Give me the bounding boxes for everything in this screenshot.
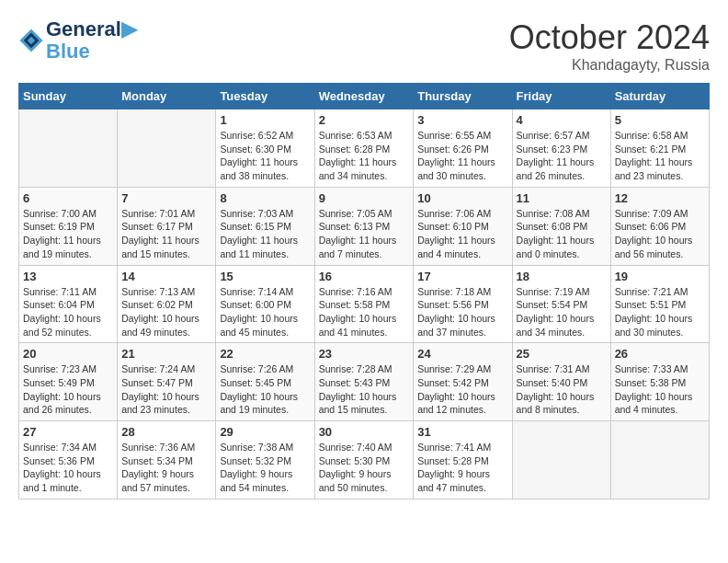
day-info: Sunrise: 7:16 AMSunset: 5:58 PMDaylight:… [319,285,410,339]
day-info: Sunrise: 7:40 AMSunset: 5:30 PMDaylight:… [319,441,410,495]
day-info: Sunrise: 7:05 AMSunset: 6:13 PMDaylight:… [319,207,410,261]
day-number: 2 [319,113,410,127]
week-row-2: 6Sunrise: 7:00 AMSunset: 6:19 PMDaylight… [19,187,710,265]
day-cell: 25Sunrise: 7:31 AMSunset: 5:40 PMDayligh… [512,343,610,421]
day-number: 12 [615,191,705,205]
day-cell: 8Sunrise: 7:03 AMSunset: 6:15 PMDaylight… [216,187,314,265]
week-row-3: 13Sunrise: 7:11 AMSunset: 6:04 PMDayligh… [19,265,710,343]
day-cell: 19Sunrise: 7:21 AMSunset: 5:51 PMDayligh… [610,265,709,343]
day-cell: 12Sunrise: 7:09 AMSunset: 6:06 PMDayligh… [610,187,709,265]
day-number: 10 [417,191,507,205]
day-cell: 28Sunrise: 7:36 AMSunset: 5:34 PMDayligh… [118,421,216,500]
col-header-tuesday: Tuesday [216,84,314,109]
day-info: Sunrise: 6:52 AMSunset: 6:30 PMDaylight:… [220,129,310,183]
day-info: Sunrise: 7:41 AMSunset: 5:28 PMDaylight:… [417,441,507,495]
day-number: 18 [517,270,607,283]
week-row-4: 20Sunrise: 7:23 AMSunset: 5:49 PMDayligh… [19,343,710,421]
day-info: Sunrise: 7:36 AMSunset: 5:34 PMDaylight:… [121,441,211,495]
week-row-5: 27Sunrise: 7:34 AMSunset: 5:36 PMDayligh… [19,421,710,500]
day-cell: 30Sunrise: 7:40 AMSunset: 5:30 PMDayligh… [314,421,414,500]
day-cell: 13Sunrise: 7:11 AMSunset: 6:04 PMDayligh… [19,265,118,343]
day-number: 29 [220,425,310,439]
day-number: 13 [23,270,113,283]
day-info: Sunrise: 7:06 AMSunset: 6:10 PMDaylight:… [417,207,507,261]
day-info: Sunrise: 7:09 AMSunset: 6:06 PMDaylight:… [615,207,705,261]
day-info: Sunrise: 7:38 AMSunset: 5:32 PMDaylight:… [220,441,310,495]
day-info: Sunrise: 6:55 AMSunset: 6:26 PMDaylight:… [417,129,507,183]
day-number: 24 [417,347,507,361]
day-number: 15 [220,270,310,283]
day-cell: 17Sunrise: 7:18 AMSunset: 5:56 PMDayligh… [414,265,512,343]
col-header-monday: Monday [118,84,216,109]
day-cell: 22Sunrise: 7:26 AMSunset: 5:45 PMDayligh… [216,343,314,421]
day-number: 25 [517,347,607,361]
day-cell: 23Sunrise: 7:28 AMSunset: 5:43 PMDayligh… [314,343,414,421]
day-cell: 24Sunrise: 7:29 AMSunset: 5:42 PMDayligh… [414,343,512,421]
day-number: 5 [615,113,705,127]
day-number: 21 [121,347,211,361]
logo-icon [18,28,44,53]
day-info: Sunrise: 7:08 AMSunset: 6:08 PMDaylight:… [517,207,607,261]
day-info: Sunrise: 7:29 AMSunset: 5:42 PMDaylight:… [417,362,507,417]
day-info: Sunrise: 7:34 AMSunset: 5:36 PMDaylight:… [23,441,113,495]
page-header: General▶ Blue October 2024 Khandagayty, … [18,18,710,74]
day-cell: 20Sunrise: 7:23 AMSunset: 5:49 PMDayligh… [19,343,118,421]
day-number: 28 [121,425,211,439]
day-info: Sunrise: 7:24 AMSunset: 5:47 PMDaylight:… [121,362,211,417]
day-info: Sunrise: 7:23 AMSunset: 5:49 PMDaylight:… [23,362,113,417]
logo: General▶ Blue [18,18,137,63]
day-cell: 5Sunrise: 6:58 AMSunset: 6:21 PMDaylight… [610,109,709,188]
day-info: Sunrise: 7:14 AMSunset: 6:00 PMDaylight:… [220,285,310,339]
day-cell: 14Sunrise: 7:13 AMSunset: 6:02 PMDayligh… [118,265,216,343]
day-number: 3 [417,113,507,127]
col-header-wednesday: Wednesday [314,84,414,109]
month-title: October 2024 [509,18,710,57]
day-number: 17 [417,270,507,283]
day-info: Sunrise: 6:58 AMSunset: 6:21 PMDaylight:… [615,129,705,183]
day-number: 8 [220,191,310,205]
day-cell: 11Sunrise: 7:08 AMSunset: 6:08 PMDayligh… [512,187,610,265]
day-cell: 31Sunrise: 7:41 AMSunset: 5:28 PMDayligh… [414,421,512,500]
day-cell: 16Sunrise: 7:16 AMSunset: 5:58 PMDayligh… [314,265,414,343]
day-info: Sunrise: 7:00 AMSunset: 6:19 PMDaylight:… [23,207,113,261]
day-number: 26 [615,347,705,361]
day-number: 19 [615,270,705,283]
day-cell [610,421,709,500]
day-cell [19,109,118,188]
calendar-table: SundayMondayTuesdayWednesdayThursdayFrid… [18,83,710,500]
day-cell: 1Sunrise: 6:52 AMSunset: 6:30 PMDaylight… [216,109,314,188]
day-info: Sunrise: 7:18 AMSunset: 5:56 PMDaylight:… [417,285,507,339]
day-info: Sunrise: 7:33 AMSunset: 5:38 PMDaylight:… [615,362,705,417]
day-cell: 2Sunrise: 6:53 AMSunset: 6:28 PMDaylight… [314,109,414,188]
day-number: 23 [319,347,410,361]
day-cell: 21Sunrise: 7:24 AMSunset: 5:47 PMDayligh… [118,343,216,421]
day-number: 30 [319,425,410,439]
day-number: 16 [319,270,410,283]
week-row-1: 1Sunrise: 6:52 AMSunset: 6:30 PMDaylight… [19,109,710,188]
day-cell: 7Sunrise: 7:01 AMSunset: 6:17 PMDaylight… [118,187,216,265]
day-number: 22 [220,347,310,361]
day-info: Sunrise: 7:19 AMSunset: 5:54 PMDaylight:… [517,285,607,339]
day-number: 20 [23,347,113,361]
day-cell [118,109,216,188]
location: Khandagayty, Russia [509,57,710,74]
day-number: 4 [517,113,607,127]
col-header-thursday: Thursday [414,84,512,109]
day-cell [512,421,610,500]
day-info: Sunrise: 7:31 AMSunset: 5:40 PMDaylight:… [517,362,607,417]
day-number: 27 [23,425,113,439]
day-cell: 26Sunrise: 7:33 AMSunset: 5:38 PMDayligh… [610,343,709,421]
day-info: Sunrise: 7:11 AMSunset: 6:04 PMDaylight:… [23,285,113,339]
day-number: 7 [121,191,211,205]
day-number: 9 [319,191,410,205]
day-cell: 15Sunrise: 7:14 AMSunset: 6:00 PMDayligh… [216,265,314,343]
day-number: 1 [220,113,310,127]
day-cell: 18Sunrise: 7:19 AMSunset: 5:54 PMDayligh… [512,265,610,343]
day-info: Sunrise: 7:13 AMSunset: 6:02 PMDaylight:… [121,285,211,339]
day-info: Sunrise: 7:03 AMSunset: 6:15 PMDaylight:… [220,207,310,261]
day-info: Sunrise: 7:21 AMSunset: 5:51 PMDaylight:… [615,285,705,339]
day-cell: 10Sunrise: 7:06 AMSunset: 6:10 PMDayligh… [414,187,512,265]
column-headers: SundayMondayTuesdayWednesdayThursdayFrid… [19,84,710,109]
day-cell: 4Sunrise: 6:57 AMSunset: 6:23 PMDaylight… [512,109,610,188]
day-cell: 6Sunrise: 7:00 AMSunset: 6:19 PMDaylight… [19,187,118,265]
